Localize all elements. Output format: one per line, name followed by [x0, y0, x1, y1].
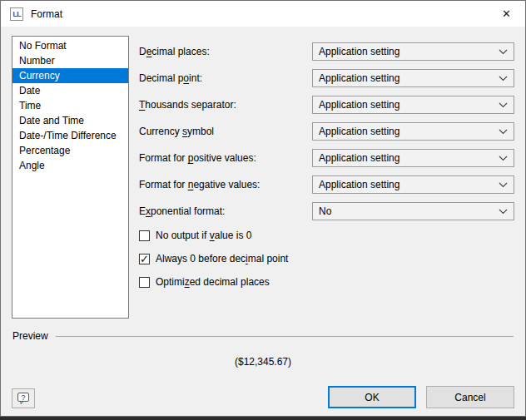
negative-values-format-row: Format for negative values: Application …	[139, 175, 514, 194]
close-button[interactable]: ✕	[488, 1, 525, 27]
window-title: Format	[31, 8, 62, 20]
optimized-decimal-places-checkbox[interactable]	[139, 277, 150, 288]
chevron-down-icon	[499, 182, 510, 188]
chevron-down-icon	[499, 102, 510, 108]
app-icon: LL	[10, 7, 23, 21]
thousands-separator-row: Thousands separator: Application setting	[139, 96, 514, 114]
list-item-angle[interactable]: Angle	[12, 158, 128, 173]
positive-values-format-row: Format for positive values: Application …	[139, 149, 514, 167]
preview-section-header: Preview	[12, 330, 514, 342]
negative-values-format-select[interactable]: Application setting	[312, 175, 514, 194]
decimal-places-label: Decimal places:	[139, 46, 312, 57]
decimal-point-label: Decimal point:	[139, 72, 312, 84]
always-zero-before-decimal-row[interactable]: ✓ Always 0 before decimal point	[139, 252, 514, 265]
list-item-time[interactable]: Time	[12, 98, 128, 113]
options-checkbox-group: No output if value is 0 ✓ Always 0 befor…	[139, 229, 514, 289]
format-category-list[interactable]: No Format Number Currency Date Time Date…	[12, 36, 129, 319]
chevron-down-icon	[499, 129, 510, 135]
no-output-if-zero-row[interactable]: No output if value is 0	[139, 229, 514, 242]
decimal-places-row: Decimal places: Application setting	[139, 42, 514, 61]
preview-label: Preview	[12, 330, 48, 342]
positive-values-format-select[interactable]: Application setting	[312, 149, 514, 167]
svg-text:?: ?	[21, 393, 25, 402]
no-output-if-zero-checkbox[interactable]	[139, 230, 150, 241]
dialog-footer: ? OK Cancel	[12, 386, 514, 408]
chevron-down-icon	[499, 49, 510, 55]
background-strip	[0, 417, 526, 420]
title-bar: LL Format ✕	[1, 1, 525, 27]
optimized-decimal-places-label: Optimized decimal places	[156, 276, 270, 288]
preview-value: ($12,345.67)	[12, 356, 514, 368]
always-zero-before-decimal-label: Always 0 before decimal point	[156, 253, 288, 264]
currency-symbol-label: Currency symbol	[139, 126, 312, 137]
list-item-number[interactable]: Number	[12, 53, 128, 68]
list-item-date-time-difference[interactable]: Date-/Time Difference	[12, 128, 128, 143]
preview-divider	[56, 336, 514, 337]
decimal-point-select[interactable]: Application setting	[312, 69, 514, 87]
cancel-button[interactable]: Cancel	[426, 386, 514, 408]
exponential-format-row: Exponential format: No	[139, 202, 514, 220]
always-zero-before-decimal-checkbox[interactable]: ✓	[139, 254, 150, 264]
chevron-down-icon	[499, 156, 510, 161]
close-icon: ✕	[502, 7, 511, 20]
decimal-places-select[interactable]: Application setting	[312, 42, 514, 61]
positive-values-format-label: Format for positive values:	[139, 152, 312, 164]
decimal-point-row: Decimal point: Application setting	[139, 69, 514, 87]
currency-symbol-select[interactable]: Application setting	[312, 122, 514, 141]
currency-symbol-row: Currency symbol Application setting	[139, 122, 514, 141]
help-bubble-icon: ?	[17, 392, 30, 405]
thousands-separator-label: Thousands separator:	[139, 99, 312, 111]
format-options-panel: Decimal places: Application setting Deci…	[139, 36, 514, 319]
help-button[interactable]: ?	[12, 388, 35, 408]
exponential-format-select[interactable]: No	[312, 202, 514, 220]
format-dialog: LL Format ✕ No Format Number Currency Da…	[0, 0, 526, 417]
optimized-decimal-places-row[interactable]: Optimized decimal places	[139, 275, 514, 289]
ok-button[interactable]: OK	[328, 386, 416, 408]
thousands-separator-select[interactable]: Application setting	[312, 96, 514, 114]
list-item-percentage[interactable]: Percentage	[12, 143, 128, 158]
list-item-no-format[interactable]: No Format	[12, 38, 128, 53]
list-item-date[interactable]: Date	[12, 83, 128, 98]
list-item-date-and-time[interactable]: Date and Time	[12, 113, 128, 128]
negative-values-format-label: Format for negative values:	[139, 179, 312, 190]
no-output-if-zero-label: No output if value is 0	[156, 230, 251, 241]
exponential-format-label: Exponential format:	[139, 205, 312, 217]
chevron-down-icon	[499, 209, 510, 215]
dialog-body: No Format Number Currency Date Time Date…	[1, 27, 525, 417]
chevron-down-icon	[499, 76, 510, 82]
list-item-currency[interactable]: Currency	[12, 68, 128, 83]
